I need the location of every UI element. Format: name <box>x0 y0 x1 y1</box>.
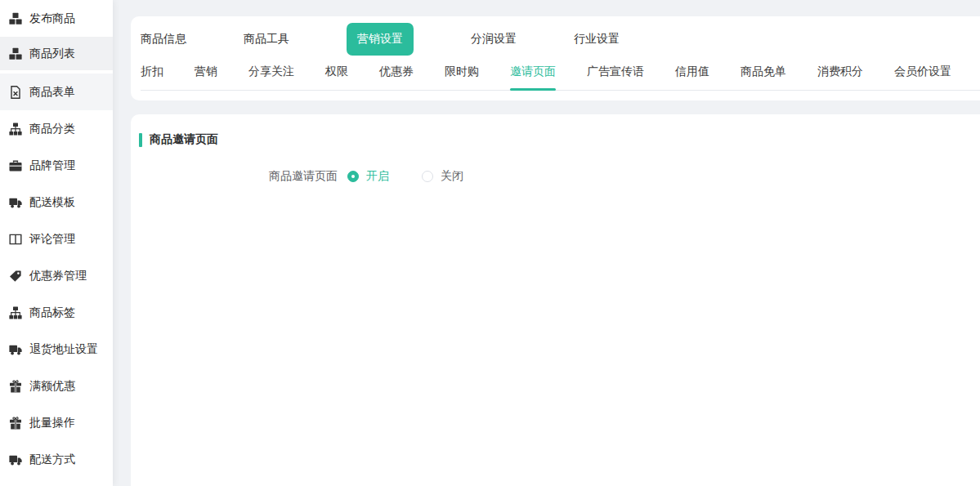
sidebar-item-return-address-settings[interactable]: 退货地址设置 <box>0 331 113 368</box>
briefcase-icon <box>8 158 22 172</box>
section-title-text: 商品邀请页面 <box>150 132 218 147</box>
section-title-marker <box>139 133 142 147</box>
sidebar-item-product-list[interactable]: 商品列表 <box>0 37 113 74</box>
radio-disable-label: 关闭 <box>441 169 463 184</box>
radio-enable-label: 开启 <box>366 169 389 184</box>
subtab-product-free-order[interactable]: 商品免单 <box>741 57 786 90</box>
truck-icon <box>8 453 22 466</box>
sidebar-item-product-category[interactable]: 商品分类 <box>0 110 113 147</box>
sidebar-item-label: 品牌管理 <box>29 158 75 173</box>
sitemap-icon <box>8 122 22 136</box>
app-window: 发布商品 商品列表 商品表单 商品分类 品牌管理 配送模板 评论管理 优惠券管 <box>0 0 980 486</box>
subtab-marketing[interactable]: 营销 <box>195 57 217 90</box>
main-content: 商品信息 商品工具 营销设置 分润设置 行业设置 折扣 营销 分享关注 权限 优… <box>113 0 980 486</box>
invite-page-panel: 商品邀请页面 商品邀请页面 开启 关闭 <box>131 114 980 486</box>
sidebar-item-full-amount-discount[interactable]: 满额优惠 <box>0 368 113 404</box>
sidebar-item-label: 评论管理 <box>29 232 75 247</box>
radio-enable-circle-icon <box>347 171 359 182</box>
cubes-icon <box>8 47 22 60</box>
sitemap-icon <box>8 305 22 319</box>
sidebar-item-coupon-management[interactable]: 优惠券管理 <box>0 257 113 294</box>
radio-disable-circle-icon <box>422 171 433 182</box>
subtab-consume-points[interactable]: 消费积分 <box>817 57 863 90</box>
invite-page-form-row: 商品邀请页面 开启 关闭 <box>139 169 980 184</box>
sidebar-item-label: 商品分类 <box>29 122 75 136</box>
sidebar-item-label: 优惠券管理 <box>29 269 87 283</box>
radio-disable[interactable]: 关闭 <box>422 169 463 184</box>
tab-product-info[interactable]: 商品信息 <box>141 32 186 47</box>
sidebar-item-label: 商品列表 <box>29 47 75 61</box>
settings-tabs-card: 商品信息 商品工具 营销设置 分润设置 行业设置 折扣 营销 分享关注 权限 优… <box>131 16 980 100</box>
sidebar-item-label: 商品标签 <box>29 305 75 320</box>
truck-icon <box>8 342 22 356</box>
subtab-credit-value[interactable]: 信用值 <box>675 57 709 90</box>
subtab-invite-page[interactable]: 邀请页面 <box>510 57 556 90</box>
sub-tab-bar: 折扣 营销 分享关注 权限 优惠券 限时购 邀请页面 广告宣传语 信用值 商品免… <box>141 57 980 91</box>
section-title: 商品邀请页面 <box>139 132 980 147</box>
sidebar-item-brand-management[interactable]: 品牌管理 <box>0 147 113 184</box>
subtab-discount[interactable]: 折扣 <box>141 57 163 90</box>
columns-icon <box>8 232 22 246</box>
sidebar-item-label: 批量操作 <box>29 416 75 430</box>
subtab-ad-slogan[interactable]: 广告宣传语 <box>587 57 644 90</box>
sidebar-item-label: 退货地址设置 <box>29 342 98 357</box>
gift-icon <box>8 379 22 393</box>
sidebar-item-comment-management[interactable]: 评论管理 <box>0 221 113 257</box>
tab-product-tools[interactable]: 商品工具 <box>244 32 289 47</box>
sidebar-item-batch-operations[interactable]: 批量操作 <box>0 404 113 441</box>
cubes-icon <box>8 11 22 25</box>
sidebar: 发布商品 商品列表 商品表单 商品分类 品牌管理 配送模板 评论管理 优惠券管 <box>0 0 113 486</box>
gift-icon <box>8 416 22 430</box>
sidebar-item-label: 发布商品 <box>29 11 75 26</box>
subtab-share-follow[interactable]: 分享关注 <box>248 57 294 90</box>
truck-icon <box>8 195 22 209</box>
subtab-permission[interactable]: 权限 <box>325 57 348 90</box>
invite-page-field-label: 商品邀请页面 <box>139 169 338 184</box>
tag-icon <box>8 269 22 283</box>
subtab-flash-sale[interactable]: 限时购 <box>445 57 479 90</box>
sidebar-item-product-form[interactable]: 商品表单 <box>0 74 113 110</box>
sidebar-item-delivery-template[interactable]: 配送模板 <box>0 184 113 221</box>
sidebar-item-label: 配送模板 <box>29 195 75 210</box>
subtab-member-price-settings[interactable]: 会员价设置 <box>894 57 951 90</box>
sidebar-item-publish-product[interactable]: 发布商品 <box>0 0 113 37</box>
tab-marketing-settings[interactable]: 营销设置 <box>347 23 414 56</box>
subtab-coupon[interactable]: 优惠券 <box>379 57 414 90</box>
tab-profit-settings[interactable]: 分润设置 <box>471 32 517 47</box>
tab-industry-settings[interactable]: 行业设置 <box>574 32 620 47</box>
main-tab-bar: 商品信息 商品工具 营销设置 分润设置 行业设置 <box>141 23 980 56</box>
sidebar-item-product-tags[interactable]: 商品标签 <box>0 294 113 331</box>
sidebar-item-delivery-method[interactable]: 配送方式 <box>0 441 113 478</box>
radio-enable[interactable]: 开启 <box>347 169 389 184</box>
sidebar-item-label: 满额优惠 <box>29 379 75 394</box>
sidebar-item-label: 商品表单 <box>29 85 75 100</box>
file-excel-icon <box>8 85 22 99</box>
sidebar-item-label: 配送方式 <box>29 453 75 467</box>
